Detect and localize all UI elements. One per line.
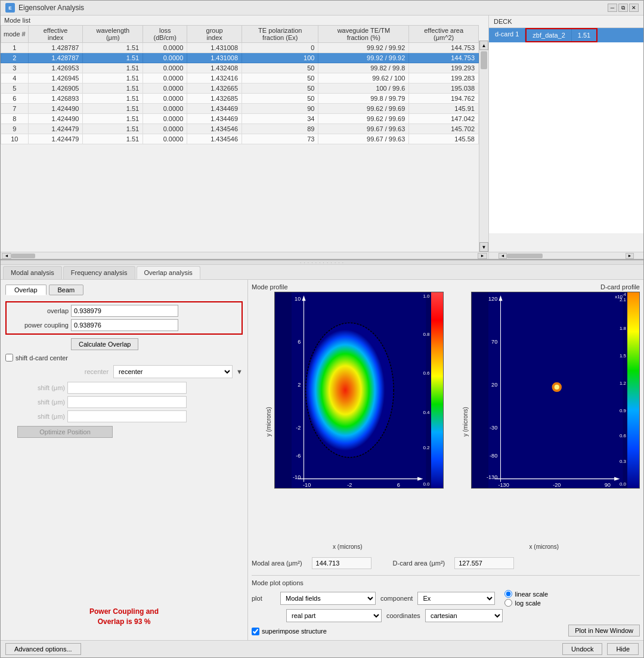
shift-checkbox-row: shift d-card center (5, 354, 243, 362)
table-cell: 0.0000 (143, 53, 187, 63)
tab-frequency-analysis[interactable]: Frequency analysis (63, 266, 135, 279)
component-select[interactable]: Ex (417, 592, 495, 605)
overlap-tab-beam[interactable]: Beam (49, 285, 84, 295)
dcard-y-axis-label: y (microns) (462, 407, 469, 436)
table-cell: 1.51 (83, 134, 143, 144)
hide-button[interactable]: Hide (607, 643, 639, 655)
table-row[interactable]: 61.4268931.510.00001.4326855099.8 / 99.7… (1, 94, 479, 104)
table-row[interactable]: 21.4287871.510.00001.43100810099.92 / 99… (1, 53, 479, 63)
table-cell: 0 (242, 43, 318, 53)
mode-colorbar (431, 292, 443, 488)
shift-y-input[interactable] (67, 396, 187, 408)
table-cell: 100 (242, 53, 318, 63)
linear-scale-radio[interactable] (504, 590, 512, 598)
superimpose-row: superimpose structure (252, 628, 327, 635)
dcard-colorbar-gradient (627, 292, 639, 488)
table-cell: 50 (242, 73, 318, 84)
close-button[interactable]: ✕ (629, 4, 639, 12)
table-cell: 1.51 (83, 73, 143, 84)
table-row[interactable]: 91.4244791.510.00001.4345468999.67 / 99.… (1, 124, 479, 134)
log-scale-row: log scale (504, 599, 548, 607)
shift-x-input[interactable] (67, 382, 187, 394)
table-cell: 147.042 (409, 114, 479, 124)
plot-options-row3: superimpose structure Plot in New Window (252, 625, 640, 637)
overlap-input[interactable] (71, 305, 178, 317)
svg-text:120: 120 (488, 296, 497, 302)
table-cell: 1.51 (83, 53, 143, 63)
table-cell: 100 / 99.6 (318, 84, 409, 94)
table-cell: 1.434469 (187, 114, 242, 124)
mode-colorbar-04: 0.4 (423, 410, 429, 415)
minimize-button[interactable]: ─ (608, 4, 617, 12)
window-title: Eigensolver Analysis (18, 4, 84, 12)
table-cell: 1.426893 (28, 94, 83, 104)
scroll-track[interactable] (479, 50, 488, 242)
table-row[interactable]: 31.4269531.510.00001.4324085099.82 / 99.… (1, 63, 479, 73)
tab-overlap-analysis[interactable]: Overlap analysis (137, 266, 200, 279)
h-scroll-thumb (11, 254, 35, 258)
annotation-line2: Overlap is 93 % (98, 617, 151, 626)
mode-plot-canvas: 10 6 2 -2 -6 -10 -10 -2 6 (274, 292, 444, 489)
table-cell: 99.92 / 99.92 (318, 53, 409, 63)
tabs-row: Modal analysis Frequency analysis Overla… (1, 265, 643, 280)
shift-inputs: shift (μm) shift (μm) shift (μm) (17, 382, 243, 422)
shift-checkbox[interactable] (5, 354, 13, 362)
table-cell: 0.0000 (143, 94, 187, 104)
part-select[interactable]: real part (286, 609, 382, 622)
mode-colorbar-min: 0.0 (423, 481, 429, 487)
table-cell: 1 (1, 43, 29, 53)
coordinates-label: coordinates (386, 612, 420, 619)
table-cell: 144.753 (409, 43, 479, 53)
calculate-overlap-button[interactable]: Calculate Overlap (71, 338, 138, 350)
scroll-down-button[interactable]: ▼ (479, 242, 488, 252)
dcard-area-input[interactable] (454, 557, 514, 569)
undock-button[interactable]: Undock (562, 643, 602, 655)
plot-new-window-button[interactable]: Plot in New Window (568, 625, 640, 637)
svg-text:90: 90 (604, 482, 610, 488)
svg-text:-130: -130 (486, 474, 497, 480)
svg-text:-30: -30 (490, 425, 497, 431)
vertical-scrollbar[interactable]: ▲ ▼ (479, 41, 488, 252)
component-label: component (380, 595, 413, 602)
advanced-options-button[interactable]: Advanced options... (5, 643, 81, 655)
deck-col-3[interactable]: 1.51 (572, 29, 596, 41)
svg-text:20: 20 (491, 382, 497, 388)
log-scale-radio[interactable] (504, 599, 512, 607)
shift-z-input[interactable] (67, 410, 187, 422)
modal-area-input[interactable] (312, 557, 371, 569)
overlap-tab-overlap[interactable]: Overlap (5, 285, 47, 295)
dcard-colorbar (627, 292, 639, 488)
dcard-cb-00: 0.0 (620, 481, 626, 487)
table-cell: 1.426945 (28, 73, 83, 84)
optimize-position-button[interactable]: Optimize Position (17, 426, 113, 438)
table-row[interactable]: 41.4269451.510.00001.4324165099.62 / 100… (1, 73, 479, 84)
power-coupling-input[interactable] (71, 319, 178, 331)
deck-col-2[interactable]: zbf_data_2 (527, 29, 571, 41)
table-row[interactable]: 51.4269051.510.00001.43266550100 / 99.61… (1, 84, 479, 94)
table-cell: 0.0000 (143, 84, 187, 94)
scroll-up-button[interactable]: ▲ (479, 41, 488, 50)
title-controls: ─ ⧉ ✕ (608, 4, 639, 12)
restore-button[interactable]: ⧉ (618, 4, 628, 12)
tab-modal-analysis[interactable]: Modal analysis (3, 266, 62, 279)
table-row[interactable]: 11.4287871.510.00001.431008099.92 / 99.9… (1, 43, 479, 53)
dcard-plot-svg: 120 70 20 -30 -80 -130 -130 -20 90 (472, 292, 640, 488)
deck-hscroll[interactable]: ◄ ► (489, 252, 643, 259)
table-cell: 8 (1, 114, 29, 124)
title-bar: E Eigensolver Analysis ─ ⧉ ✕ (1, 1, 643, 16)
table-row[interactable]: 81.4244901.510.00001.4344693499.62 / 99.… (1, 114, 479, 124)
table-cell: 199.293 (409, 63, 479, 73)
superimpose-checkbox[interactable] (252, 628, 259, 635)
divider-handle[interactable]: · · · · · · · · · · · · (1, 260, 643, 265)
horizontal-scrollbar[interactable]: ◄ ► (1, 252, 488, 259)
plot-select[interactable]: Modal fields (280, 592, 376, 605)
col-tetm: waveguide TE/TMfraction (%) (318, 26, 409, 43)
table-cell: 9 (1, 124, 29, 134)
table-row[interactable]: 101.4244791.510.00001.4345467399.67 / 99… (1, 134, 479, 144)
recenter-label: recenter (85, 368, 109, 375)
deck-col-1[interactable]: d-card 1 (489, 28, 525, 42)
coordinates-select[interactable]: cartesian (425, 609, 503, 622)
table-cell: 1.431008 (187, 43, 242, 53)
recenter-select[interactable]: recenter (113, 365, 233, 378)
table-row[interactable]: 71.4244901.510.00001.4344699099.62 / 99.… (1, 104, 479, 114)
